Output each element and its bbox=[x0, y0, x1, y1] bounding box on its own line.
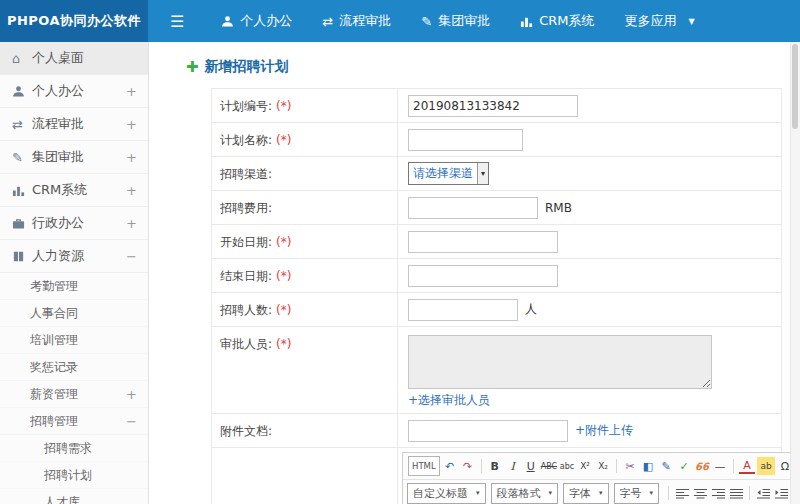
check-icon[interactable]: ✓ bbox=[676, 457, 692, 475]
custom-title-dropdown[interactable]: 自定义标题 ▾ bbox=[407, 483, 486, 504]
expand-toggle[interactable]: + bbox=[126, 387, 136, 402]
format-brush-icon[interactable]: ◧ bbox=[640, 457, 656, 475]
field-value bbox=[398, 259, 781, 292]
sidebar-item-talent-pool[interactable]: 人才库 bbox=[0, 489, 148, 504]
form-row: 招聘人数:(*) 人 bbox=[212, 293, 781, 327]
select-approver-link[interactable]: +选择审批人员 bbox=[408, 392, 490, 409]
sidebar-item-workflow-approval[interactable]: ⇄ 流程审批 + bbox=[0, 108, 148, 141]
sidebar-item-recruit-plan[interactable]: 招聘计划 bbox=[0, 462, 148, 489]
underline-button[interactable]: U bbox=[523, 457, 539, 475]
sidebar-item-salary[interactable]: 薪资管理 + bbox=[0, 381, 148, 408]
headcount-input[interactable] bbox=[408, 299, 518, 321]
align-justify-icon[interactable] bbox=[728, 484, 744, 502]
pencil-icon[interactable]: ✎ bbox=[658, 457, 674, 475]
field-label: 招聘渠道: bbox=[212, 157, 398, 190]
expand-toggle[interactable]: + bbox=[126, 216, 136, 231]
sidebar-item-admin-office[interactable]: 行政办公 + bbox=[0, 207, 148, 240]
sidebar-item-personal-office[interactable]: 个人办公 + bbox=[0, 75, 148, 108]
expand-toggle[interactable]: + bbox=[126, 150, 136, 165]
required-marker: (*) bbox=[276, 99, 291, 113]
superscript-button[interactable]: X² bbox=[577, 457, 593, 475]
flow-icon: ⇄ bbox=[12, 117, 32, 132]
nav-group-approval[interactable]: ✎ 集团审批 bbox=[406, 0, 505, 42]
plan-number-input[interactable] bbox=[408, 95, 578, 117]
align-right-icon[interactable] bbox=[710, 484, 726, 502]
sidebar-item-crm[interactable]: CRM系统 + bbox=[0, 174, 148, 207]
sidebar-item-label: 招聘需求 bbox=[44, 440, 136, 457]
outdent-icon[interactable] bbox=[755, 484, 771, 502]
attachment-upload-link[interactable]: +附件上传 bbox=[575, 422, 633, 439]
form-row: 招聘渠道: 请选择渠道 ▾ bbox=[212, 157, 781, 191]
field-label: 开始日期:(*) bbox=[212, 225, 398, 258]
field-value: 人 bbox=[398, 293, 781, 326]
nav-workflow-approval[interactable]: ⇄ 流程审批 bbox=[307, 0, 406, 42]
expand-toggle[interactable]: + bbox=[126, 84, 136, 99]
approver-textarea[interactable] bbox=[408, 335, 712, 389]
dropdown-label: 段落格式 bbox=[497, 486, 541, 501]
sidebar-item-attendance[interactable]: 考勤管理 bbox=[0, 273, 148, 300]
sidebar-item-recruit-demand[interactable]: 招聘需求 bbox=[0, 435, 148, 462]
field-label: 招聘费用: bbox=[212, 191, 398, 224]
sidebar-item-desktop[interactable]: ⌂ 个人桌面 bbox=[0, 42, 148, 75]
font-size-dropdown[interactable]: 字号 ▾ bbox=[614, 483, 660, 504]
recruit-fee-input[interactable] bbox=[408, 197, 538, 219]
label-text: 附件文档: bbox=[220, 424, 272, 438]
sidebar-item-group-approval[interactable]: ✎ 集团审批 + bbox=[0, 141, 148, 174]
collapse-toggle[interactable]: − bbox=[126, 414, 136, 429]
scrollbar-thumb[interactable] bbox=[792, 44, 798, 129]
start-date-input[interactable] bbox=[408, 231, 558, 253]
strikethrough-button[interactable]: ABC bbox=[541, 457, 557, 475]
expand-toggle[interactable]: + bbox=[126, 117, 136, 132]
subscript-button[interactable]: X₂ bbox=[595, 457, 611, 475]
font-family-dropdown[interactable]: 字体 ▾ bbox=[563, 483, 609, 504]
richtext-toolbar: HTML ↶ ↷ B I U ABC abc X² X₂ ✂ ◧ bbox=[402, 452, 800, 504]
font-color-icon[interactable]: A bbox=[739, 459, 755, 474]
label-text: 计划名称: bbox=[220, 133, 272, 147]
required-marker: (*) bbox=[276, 337, 291, 351]
indent-icon[interactable] bbox=[773, 484, 789, 502]
horizontal-rule-icon[interactable]: — bbox=[712, 457, 728, 475]
align-left-icon[interactable] bbox=[674, 484, 690, 502]
menu-icon[interactable]: ☰ bbox=[148, 0, 206, 42]
dropdown-label: 字体 bbox=[569, 486, 591, 501]
field-value bbox=[398, 123, 781, 156]
sidebar-item-training[interactable]: 培训管理 bbox=[0, 327, 148, 354]
highlight-color-icon[interactable]: ab bbox=[757, 457, 775, 475]
undo-icon[interactable]: ↶ bbox=[442, 457, 458, 475]
vertical-scrollbar[interactable] bbox=[790, 42, 800, 504]
nav-crm[interactable]: CRM系统 bbox=[505, 0, 609, 42]
html-source-button[interactable]: HTML bbox=[408, 456, 440, 476]
sidebar-item-hr-contract[interactable]: 人事合同 bbox=[0, 300, 148, 327]
nav-personal-office[interactable]: 个人办公 bbox=[206, 0, 307, 42]
end-date-input[interactable] bbox=[408, 265, 558, 287]
sidebar-item-label: 招聘管理 bbox=[30, 413, 126, 430]
bold-button[interactable]: B bbox=[487, 457, 503, 475]
sidebar-item-recruit-mgmt[interactable]: 招聘管理 − bbox=[0, 408, 148, 435]
channel-select[interactable]: 请选择渠道 ▾ bbox=[408, 162, 489, 185]
blockquote-icon[interactable]: 66 bbox=[694, 457, 710, 475]
nav-more-apps[interactable]: 更多应用 ▼ bbox=[609, 0, 709, 42]
align-center-icon[interactable] bbox=[692, 484, 708, 502]
sidebar-item-label: 培训管理 bbox=[30, 332, 136, 349]
sidebar-item-label: 个人办公 bbox=[32, 82, 126, 100]
sidebar-item-hr[interactable]: 人力资源 − bbox=[0, 240, 148, 273]
edit-icon: ✎ bbox=[421, 14, 432, 29]
paragraph-format-dropdown[interactable]: 段落格式 ▾ bbox=[491, 483, 559, 504]
plus-icon: ✚ bbox=[186, 58, 199, 76]
sidebar-item-rewards[interactable]: 奖惩记录 bbox=[0, 354, 148, 381]
recruit-plan-form: 计划编号:(*) 计划名称:(*) 招聘渠道: 请选择渠道 ▾ bbox=[211, 88, 782, 504]
label-text: 开始日期: bbox=[220, 235, 272, 249]
collapse-toggle[interactable]: − bbox=[126, 249, 136, 264]
expand-toggle[interactable]: + bbox=[126, 183, 136, 198]
plan-name-input[interactable] bbox=[408, 129, 523, 151]
redo-icon[interactable]: ↷ bbox=[460, 457, 476, 475]
cut-icon[interactable]: ✂ bbox=[622, 457, 638, 475]
nav-label: 流程审批 bbox=[339, 12, 391, 30]
label-text: 计划编号: bbox=[220, 99, 272, 113]
caret-down-icon: ▾ bbox=[477, 163, 488, 184]
main-content: ✚ 新增招聘计划 计划编号:(*) 计划名称:(*) 招聘渠道: bbox=[149, 42, 800, 504]
attachment-input[interactable] bbox=[408, 420, 568, 442]
remove-format-button[interactable]: abc bbox=[559, 457, 575, 475]
edit-icon: ✎ bbox=[12, 150, 32, 165]
italic-button[interactable]: I bbox=[505, 457, 521, 475]
